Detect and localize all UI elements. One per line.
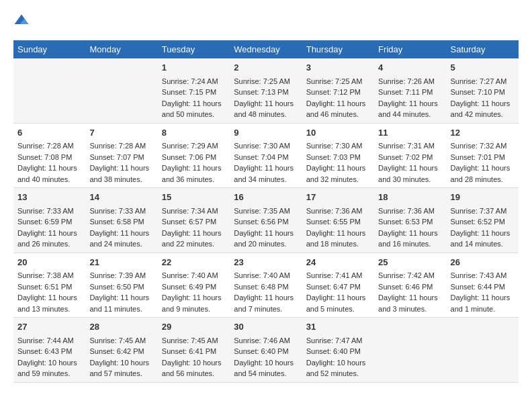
sunrise: Sunrise: 7:40 AM bbox=[234, 271, 290, 279]
calendar-day-cell: 8Sunrise: 7:29 AMSunset: 7:06 PMDaylight… bbox=[158, 123, 230, 188]
sunset: Sunset: 7:04 PM bbox=[234, 153, 288, 161]
daylight-hours: Daylight: 11 hours and 50 minutes. bbox=[162, 99, 222, 119]
calendar-week-row: 13Sunrise: 7:33 AMSunset: 6:59 PMDayligh… bbox=[13, 188, 519, 253]
sunset: Sunset: 6:57 PM bbox=[162, 218, 216, 226]
daylight-hours: Daylight: 11 hours and 42 minutes. bbox=[451, 99, 511, 119]
calendar-day-cell: 26Sunrise: 7:43 AMSunset: 6:44 PMDayligh… bbox=[447, 253, 519, 318]
sunset: Sunset: 7:07 PM bbox=[89, 153, 144, 161]
weekday-header-wednesday: Wednesday bbox=[230, 40, 302, 58]
sunset: Sunset: 6:52 PM bbox=[451, 218, 505, 226]
sunrise: Sunrise: 7:43 AM bbox=[451, 271, 507, 279]
day-number: 21 bbox=[89, 256, 153, 269]
daylight-hours: Daylight: 11 hours and 14 minutes. bbox=[451, 229, 511, 248]
day-number: 28 bbox=[89, 320, 153, 334]
sunrise: Sunrise: 7:25 AM bbox=[234, 77, 290, 85]
sunrise: Sunrise: 7:25 AM bbox=[306, 77, 363, 85]
sunrise: Sunrise: 7:37 AM bbox=[451, 207, 507, 215]
calendar-day-cell bbox=[447, 318, 519, 383]
daylight-hours: Daylight: 11 hours and 38 minutes. bbox=[89, 164, 149, 183]
day-number: 10 bbox=[306, 126, 370, 140]
daylight-hours: Daylight: 11 hours and 18 minutes. bbox=[306, 229, 366, 248]
weekday-header-friday: Friday bbox=[374, 40, 446, 58]
calendar-day-cell: 28Sunrise: 7:45 AMSunset: 6:42 PMDayligh… bbox=[85, 318, 157, 383]
calendar-day-cell: 21Sunrise: 7:39 AMSunset: 6:50 PMDayligh… bbox=[85, 253, 157, 318]
calendar-week-row: 1Sunrise: 7:24 AMSunset: 7:15 PMDaylight… bbox=[13, 58, 519, 123]
day-number: 19 bbox=[451, 191, 515, 204]
sunset: Sunset: 6:50 PM bbox=[89, 283, 144, 291]
daylight-hours: Daylight: 11 hours and 28 minutes. bbox=[451, 164, 511, 183]
weekday-header-tuesday: Tuesday bbox=[158, 40, 230, 58]
daylight-hours: Daylight: 11 hours and 1 minute. bbox=[451, 293, 511, 313]
day-number: 26 bbox=[451, 256, 515, 269]
day-number: 7 bbox=[89, 126, 153, 140]
sunset: Sunset: 7:12 PM bbox=[306, 88, 361, 96]
sunrise: Sunrise: 7:38 AM bbox=[17, 271, 74, 279]
day-number: 25 bbox=[378, 256, 442, 269]
sunset: Sunset: 6:46 PM bbox=[378, 283, 433, 291]
calendar-day-cell: 1Sunrise: 7:24 AMSunset: 7:15 PMDaylight… bbox=[158, 58, 230, 123]
calendar-day-cell: 16Sunrise: 7:35 AMSunset: 6:56 PMDayligh… bbox=[230, 188, 302, 253]
sunset: Sunset: 6:41 PM bbox=[162, 347, 216, 355]
calendar-day-cell: 23Sunrise: 7:40 AMSunset: 6:48 PMDayligh… bbox=[230, 253, 302, 318]
sunrise: Sunrise: 7:30 AM bbox=[234, 142, 290, 150]
logo bbox=[13, 13, 32, 30]
calendar-day-cell: 25Sunrise: 7:42 AMSunset: 6:46 PMDayligh… bbox=[374, 253, 446, 318]
sunrise: Sunrise: 7:32 AM bbox=[451, 142, 507, 150]
calendar-day-cell: 18Sunrise: 7:36 AMSunset: 6:53 PMDayligh… bbox=[374, 188, 446, 253]
calendar-day-cell: 7Sunrise: 7:28 AMSunset: 7:07 PMDaylight… bbox=[85, 123, 157, 188]
sunrise: Sunrise: 7:39 AM bbox=[89, 271, 146, 279]
calendar-day-cell: 11Sunrise: 7:31 AMSunset: 7:02 PMDayligh… bbox=[374, 123, 446, 188]
day-number: 23 bbox=[234, 256, 298, 269]
calendar-day-cell: 30Sunrise: 7:46 AMSunset: 6:40 PMDayligh… bbox=[230, 318, 302, 383]
sunrise: Sunrise: 7:29 AM bbox=[162, 142, 218, 150]
sunset: Sunset: 7:08 PM bbox=[17, 153, 72, 161]
sunrise: Sunrise: 7:28 AM bbox=[17, 142, 74, 150]
sunrise: Sunrise: 7:36 AM bbox=[378, 207, 435, 215]
sunrise: Sunrise: 7:36 AM bbox=[306, 207, 363, 215]
sunset: Sunset: 7:02 PM bbox=[378, 153, 433, 161]
daylight-hours: Daylight: 10 hours and 59 minutes. bbox=[17, 359, 77, 378]
calendar-body: 1Sunrise: 7:24 AMSunset: 7:15 PMDaylight… bbox=[13, 58, 519, 382]
calendar-day-cell: 13Sunrise: 7:33 AMSunset: 6:59 PMDayligh… bbox=[13, 188, 85, 253]
day-number: 14 bbox=[89, 191, 153, 204]
calendar-table: SundayMondayTuesdayWednesdayThursdayFrid… bbox=[13, 40, 519, 383]
day-number: 1 bbox=[162, 61, 226, 75]
calendar-day-cell: 9Sunrise: 7:30 AMSunset: 7:04 PMDaylight… bbox=[230, 123, 302, 188]
daylight-hours: Daylight: 11 hours and 7 minutes. bbox=[234, 293, 294, 313]
calendar-week-row: 27Sunrise: 7:44 AMSunset: 6:43 PMDayligh… bbox=[13, 318, 519, 383]
sunset: Sunset: 6:43 PM bbox=[17, 347, 72, 355]
sunrise: Sunrise: 7:41 AM bbox=[306, 271, 363, 279]
day-number: 31 bbox=[306, 320, 370, 334]
sunrise: Sunrise: 7:42 AM bbox=[378, 271, 435, 279]
sunrise: Sunrise: 7:44 AM bbox=[17, 336, 74, 345]
sunset: Sunset: 7:10 PM bbox=[451, 88, 505, 96]
calendar-day-cell: 3Sunrise: 7:25 AMSunset: 7:12 PMDaylight… bbox=[302, 58, 374, 123]
sunset: Sunset: 7:11 PM bbox=[378, 88, 433, 96]
weekday-header-monday: Monday bbox=[85, 40, 157, 58]
calendar-day-cell: 14Sunrise: 7:33 AMSunset: 6:58 PMDayligh… bbox=[85, 188, 157, 253]
sunset: Sunset: 6:59 PM bbox=[17, 218, 72, 226]
sunrise: Sunrise: 7:33 AM bbox=[17, 207, 74, 215]
calendar-day-cell: 15Sunrise: 7:34 AMSunset: 6:57 PMDayligh… bbox=[158, 188, 230, 253]
weekday-header-saturday: Saturday bbox=[447, 40, 519, 58]
day-number: 6 bbox=[17, 126, 81, 140]
day-number: 17 bbox=[306, 191, 370, 204]
logo-icon bbox=[13, 13, 30, 30]
sunrise: Sunrise: 7:34 AM bbox=[162, 207, 218, 215]
sunset: Sunset: 7:01 PM bbox=[451, 153, 505, 161]
daylight-hours: Daylight: 11 hours and 9 minutes. bbox=[162, 293, 222, 313]
sunset: Sunset: 6:53 PM bbox=[378, 218, 433, 226]
daylight-hours: Daylight: 10 hours and 52 minutes. bbox=[306, 359, 366, 378]
sunset: Sunset: 6:44 PM bbox=[451, 283, 505, 291]
calendar-day-cell: 12Sunrise: 7:32 AMSunset: 7:01 PMDayligh… bbox=[447, 123, 519, 188]
calendar-day-cell: 29Sunrise: 7:45 AMSunset: 6:41 PMDayligh… bbox=[158, 318, 230, 383]
calendar-day-cell: 19Sunrise: 7:37 AMSunset: 6:52 PMDayligh… bbox=[447, 188, 519, 253]
day-number: 18 bbox=[378, 191, 442, 204]
sunset: Sunset: 6:42 PM bbox=[89, 347, 144, 355]
calendar-day-cell: 27Sunrise: 7:44 AMSunset: 6:43 PMDayligh… bbox=[13, 318, 85, 383]
daylight-hours: Daylight: 11 hours and 34 minutes. bbox=[234, 164, 294, 183]
sunrise: Sunrise: 7:45 AM bbox=[89, 336, 146, 345]
sunrise: Sunrise: 7:24 AM bbox=[162, 77, 218, 85]
day-number: 15 bbox=[162, 191, 226, 204]
sunset: Sunset: 6:49 PM bbox=[162, 283, 216, 291]
